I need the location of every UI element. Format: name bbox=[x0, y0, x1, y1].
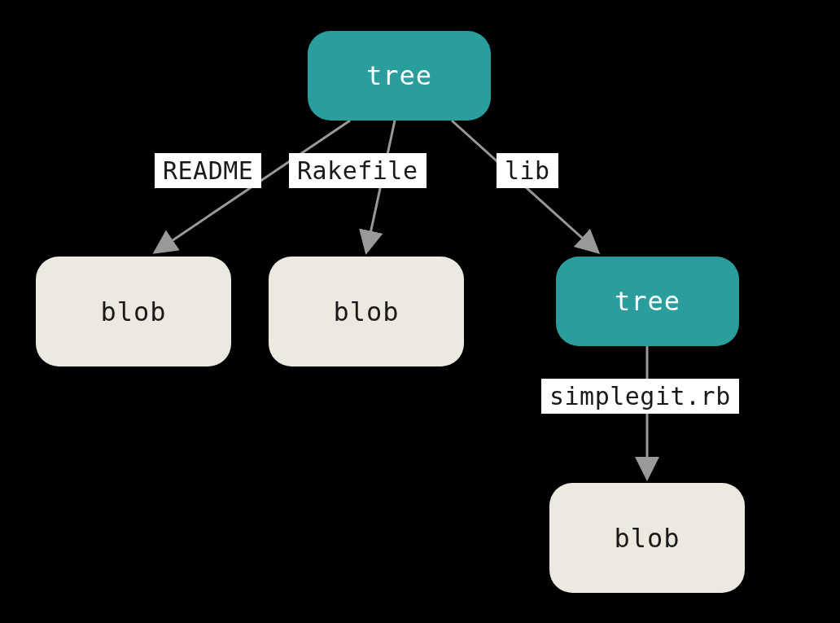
node-label: blob bbox=[614, 523, 680, 554]
node-label: tree bbox=[615, 286, 680, 317]
node-label: blob bbox=[333, 296, 399, 327]
node-lib-tree: tree bbox=[556, 257, 739, 346]
edge-label-lib: lib bbox=[497, 153, 558, 188]
node-label: blob bbox=[100, 296, 166, 327]
edge-label-readme: README bbox=[155, 153, 261, 188]
node-simplegit-blob: blob bbox=[549, 483, 745, 593]
node-readme-blob: blob bbox=[36, 257, 231, 366]
node-rakefile-blob: blob bbox=[269, 257, 464, 366]
node-label: tree bbox=[366, 60, 432, 91]
edge-label-simplegit: simplegit.rb bbox=[541, 379, 739, 414]
edge-label-rakefile: Rakefile bbox=[289, 153, 427, 188]
node-root-tree: tree bbox=[308, 31, 491, 121]
